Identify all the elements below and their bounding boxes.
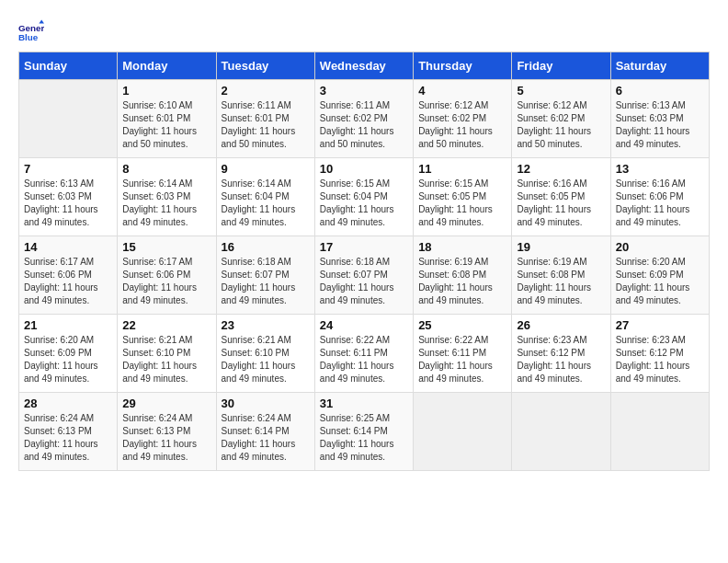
calendar-cell: 15Sunrise: 6:17 AMSunset: 6:06 PMDayligh…	[118, 236, 216, 315]
calendar-cell	[414, 393, 512, 471]
calendar-week-row: 14Sunrise: 6:17 AMSunset: 6:06 PMDayligh…	[19, 236, 710, 315]
day-number: 21	[24, 318, 112, 332]
calendar-week-row: 7Sunrise: 6:13 AMSunset: 6:03 PMDaylight…	[19, 158, 710, 236]
day-number: 24	[320, 318, 408, 332]
day-info: Sunrise: 6:12 AMSunset: 6:02 PMDaylight:…	[418, 99, 506, 151]
day-number: 29	[122, 396, 210, 410]
day-info: Sunrise: 6:19 AMSunset: 6:08 PMDaylight:…	[517, 256, 605, 307]
day-info: Sunrise: 6:16 AMSunset: 6:05 PMDaylight:…	[517, 178, 605, 229]
day-info: Sunrise: 6:22 AMSunset: 6:11 PMDaylight:…	[418, 334, 506, 385]
calendar-cell: 4Sunrise: 6:12 AMSunset: 6:02 PMDaylight…	[414, 80, 512, 158]
day-number: 20	[616, 240, 704, 254]
calendar-cell: 21Sunrise: 6:20 AMSunset: 6:09 PMDayligh…	[19, 315, 118, 393]
svg-text:Blue: Blue	[18, 32, 39, 42]
calendar-week-row: 28Sunrise: 6:24 AMSunset: 6:13 PMDayligh…	[19, 393, 710, 471]
day-number: 23	[222, 318, 310, 332]
calendar-cell	[610, 393, 709, 471]
header-monday: Monday	[118, 52, 216, 80]
day-info: Sunrise: 6:13 AMSunset: 6:03 PMDaylight:…	[24, 178, 112, 229]
day-number: 11	[418, 162, 506, 176]
header-tuesday: Tuesday	[216, 52, 314, 80]
day-number: 14	[24, 240, 112, 254]
day-info: Sunrise: 6:23 AMSunset: 6:12 PMDaylight:…	[517, 334, 605, 385]
day-info: Sunrise: 6:15 AMSunset: 6:04 PMDaylight:…	[320, 178, 408, 229]
calendar-table: SundayMondayTuesdayWednesdayThursdayFrid…	[18, 52, 710, 471]
day-number: 6	[616, 84, 704, 98]
day-number: 12	[517, 162, 605, 176]
svg-marker-2	[39, 19, 44, 23]
day-number: 18	[418, 240, 506, 254]
day-number: 4	[418, 84, 506, 98]
day-number: 16	[222, 240, 310, 254]
day-info: Sunrise: 6:15 AMSunset: 6:05 PMDaylight:…	[418, 178, 506, 229]
day-info: Sunrise: 6:18 AMSunset: 6:07 PMDaylight:…	[222, 256, 310, 307]
calendar-cell: 18Sunrise: 6:19 AMSunset: 6:08 PMDayligh…	[414, 236, 512, 315]
calendar-cell: 12Sunrise: 6:16 AMSunset: 6:05 PMDayligh…	[512, 158, 610, 236]
day-info: Sunrise: 6:11 AMSunset: 6:02 PMDaylight:…	[320, 99, 408, 151]
calendar-cell: 1Sunrise: 6:10 AMSunset: 6:01 PMDaylight…	[118, 80, 216, 158]
header-sunday: Sunday	[19, 52, 118, 80]
day-info: Sunrise: 6:22 AMSunset: 6:11 PMDaylight:…	[320, 334, 408, 385]
calendar-cell: 7Sunrise: 6:13 AMSunset: 6:03 PMDaylight…	[19, 158, 118, 236]
calendar-cell: 5Sunrise: 6:12 AMSunset: 6:02 PMDaylight…	[512, 80, 610, 158]
day-number: 26	[517, 318, 605, 332]
calendar-cell: 9Sunrise: 6:14 AMSunset: 6:04 PMDaylight…	[216, 158, 314, 236]
day-info: Sunrise: 6:12 AMSunset: 6:02 PMDaylight:…	[517, 99, 605, 151]
header-thursday: Thursday	[414, 52, 512, 80]
calendar-cell: 24Sunrise: 6:22 AMSunset: 6:11 PMDayligh…	[314, 315, 413, 393]
day-info: Sunrise: 6:10 AMSunset: 6:01 PMDaylight:…	[122, 99, 210, 151]
calendar-cell	[512, 393, 610, 471]
day-info: Sunrise: 6:24 AMSunset: 6:14 PMDaylight:…	[222, 412, 310, 464]
calendar-cell: 30Sunrise: 6:24 AMSunset: 6:14 PMDayligh…	[216, 393, 314, 471]
calendar-cell: 29Sunrise: 6:24 AMSunset: 6:13 PMDayligh…	[118, 393, 216, 471]
header-friday: Friday	[512, 52, 610, 80]
calendar-cell: 17Sunrise: 6:18 AMSunset: 6:07 PMDayligh…	[314, 236, 413, 315]
calendar-cell: 31Sunrise: 6:25 AMSunset: 6:14 PMDayligh…	[314, 393, 413, 471]
day-info: Sunrise: 6:25 AMSunset: 6:14 PMDaylight:…	[320, 412, 408, 464]
day-number: 19	[517, 240, 605, 254]
day-info: Sunrise: 6:14 AMSunset: 6:04 PMDaylight:…	[222, 178, 310, 229]
calendar-cell: 28Sunrise: 6:24 AMSunset: 6:13 PMDayligh…	[19, 393, 118, 471]
day-info: Sunrise: 6:21 AMSunset: 6:10 PMDaylight:…	[222, 334, 310, 385]
day-info: Sunrise: 6:18 AMSunset: 6:07 PMDaylight:…	[320, 256, 408, 307]
calendar-cell: 2Sunrise: 6:11 AMSunset: 6:01 PMDaylight…	[216, 80, 314, 158]
logo-icon: General Blue	[18, 18, 44, 44]
day-number: 1	[122, 84, 210, 98]
day-number: 15	[122, 240, 210, 254]
calendar-cell: 11Sunrise: 6:15 AMSunset: 6:05 PMDayligh…	[414, 158, 512, 236]
calendar-header-row: SundayMondayTuesdayWednesdayThursdayFrid…	[19, 52, 710, 80]
day-number: 8	[122, 162, 210, 176]
calendar-cell: 6Sunrise: 6:13 AMSunset: 6:03 PMDaylight…	[610, 80, 709, 158]
calendar-cell: 14Sunrise: 6:17 AMSunset: 6:06 PMDayligh…	[19, 236, 118, 315]
calendar-cell	[19, 80, 118, 158]
calendar-cell: 13Sunrise: 6:16 AMSunset: 6:06 PMDayligh…	[610, 158, 709, 236]
day-number: 10	[320, 162, 408, 176]
day-number: 13	[616, 162, 704, 176]
day-number: 28	[24, 396, 112, 410]
calendar-cell: 8Sunrise: 6:14 AMSunset: 6:03 PMDaylight…	[118, 158, 216, 236]
calendar-cell: 25Sunrise: 6:22 AMSunset: 6:11 PMDayligh…	[414, 315, 512, 393]
calendar-cell: 20Sunrise: 6:20 AMSunset: 6:09 PMDayligh…	[610, 236, 709, 315]
day-number: 31	[320, 396, 408, 410]
day-info: Sunrise: 6:23 AMSunset: 6:12 PMDaylight:…	[616, 334, 704, 385]
calendar-cell: 16Sunrise: 6:18 AMSunset: 6:07 PMDayligh…	[216, 236, 314, 315]
day-info: Sunrise: 6:24 AMSunset: 6:13 PMDaylight:…	[122, 412, 210, 464]
header-saturday: Saturday	[610, 52, 709, 80]
day-info: Sunrise: 6:20 AMSunset: 6:09 PMDaylight:…	[24, 334, 112, 385]
day-number: 22	[122, 318, 210, 332]
day-info: Sunrise: 6:17 AMSunset: 6:06 PMDaylight:…	[24, 256, 112, 307]
calendar-cell: 26Sunrise: 6:23 AMSunset: 6:12 PMDayligh…	[512, 315, 610, 393]
calendar-cell: 10Sunrise: 6:15 AMSunset: 6:04 PMDayligh…	[314, 158, 413, 236]
calendar-week-row: 21Sunrise: 6:20 AMSunset: 6:09 PMDayligh…	[19, 315, 710, 393]
day-info: Sunrise: 6:19 AMSunset: 6:08 PMDaylight:…	[418, 256, 506, 307]
day-info: Sunrise: 6:24 AMSunset: 6:13 PMDaylight:…	[24, 412, 112, 464]
day-number: 2	[222, 84, 310, 98]
page-header: General Blue	[18, 18, 710, 44]
day-info: Sunrise: 6:11 AMSunset: 6:01 PMDaylight:…	[222, 99, 310, 151]
day-info: Sunrise: 6:17 AMSunset: 6:06 PMDaylight:…	[122, 256, 210, 307]
day-number: 27	[616, 318, 704, 332]
header-wednesday: Wednesday	[314, 52, 413, 80]
day-info: Sunrise: 6:16 AMSunset: 6:06 PMDaylight:…	[616, 178, 704, 229]
day-number: 3	[320, 84, 408, 98]
day-number: 7	[24, 162, 112, 176]
